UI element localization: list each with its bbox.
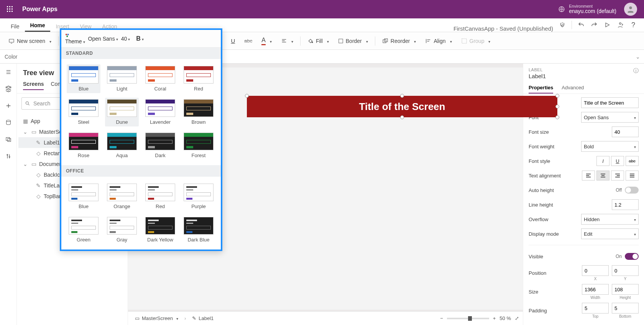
theme-swatch-office-gray[interactable]: Gray <box>105 215 139 244</box>
prop-lineheight-input[interactable] <box>612 199 639 210</box>
italic-toggle[interactable]: I <box>596 156 610 166</box>
prop-fontweight-select[interactable]: Bold <box>581 141 639 152</box>
zoom-out-icon[interactable]: − <box>440 315 443 321</box>
theme-swatch-lavender[interactable]: Lavender <box>143 98 177 126</box>
menu-file[interactable]: File <box>5 21 25 32</box>
app-checker-icon[interactable] <box>557 20 568 30</box>
theme-swatch-aqua[interactable]: Aqua <box>105 131 139 160</box>
theme-swatch-brown[interactable]: Brown <box>182 98 215 126</box>
prop-pad-bottom[interactable] <box>612 303 639 314</box>
zoom-in-icon[interactable]: + <box>493 315 496 321</box>
selection-handle[interactable] <box>245 94 249 98</box>
prop-overflow-select[interactable]: Hidden <box>581 214 639 225</box>
theme-swatch-office-dark-yellow[interactable]: Dark Yellow <box>143 215 177 244</box>
tree-view-icon[interactable] <box>4 84 13 94</box>
undo-icon[interactable] <box>576 20 586 30</box>
selection-handle[interactable] <box>400 115 404 119</box>
label-title-of-screen[interactable]: Title of the Screen <box>247 96 557 117</box>
visible-toggle[interactable] <box>625 253 639 260</box>
expand-formula-icon[interactable]: ⌄ <box>636 54 640 60</box>
theme-swatch-light[interactable]: Light <box>105 64 139 93</box>
insert-icon[interactable] <box>4 101 13 110</box>
align-center[interactable] <box>596 171 610 181</box>
breadcrumb-screen[interactable]: ▭MasterScreen <box>132 314 181 322</box>
new-screen-button[interactable]: New screen <box>5 36 54 46</box>
redo-icon[interactable] <box>589 20 600 30</box>
theme-swatch-office-orange[interactable]: Orange <box>105 182 139 211</box>
theme-swatch-coral[interactable]: Coral <box>143 64 177 93</box>
theme-swatch-steel[interactable]: Steel <box>67 98 100 126</box>
popup-font-combo[interactable]: Open Sans <box>88 36 118 42</box>
breadcrumb-control[interactable]: ✎Label1 <box>189 314 217 322</box>
environment-icon <box>558 6 565 13</box>
share-icon[interactable] <box>615 20 626 30</box>
prop-text-input[interactable] <box>581 97 639 108</box>
theme-swatch-red[interactable]: Red <box>182 64 215 93</box>
fit-icon[interactable]: ⤢ <box>515 315 519 321</box>
prop-help-icon[interactable]: ⓘ <box>633 67 639 74</box>
underline-button[interactable]: U <box>228 36 238 46</box>
align-left[interactable] <box>582 171 595 181</box>
popup-size-combo[interactable]: 40 <box>121 36 130 42</box>
theme-dropdown-inpopup[interactable]: Theme <box>65 33 85 44</box>
underline-toggle[interactable]: U <box>611 156 624 166</box>
menu-home[interactable]: Home <box>25 20 51 32</box>
prop-size-w[interactable] <box>582 284 609 295</box>
theme-swatch-forest[interactable]: Forest <box>182 131 215 160</box>
align-right[interactable] <box>611 171 624 181</box>
svg-rect-23 <box>8 138 11 141</box>
selection-handle[interactable] <box>555 115 559 119</box>
theme-swatch-dune[interactable]: Dune <box>105 98 139 126</box>
tab-screens[interactable]: Screens <box>23 79 44 90</box>
help-icon[interactable]: ? <box>628 20 639 30</box>
popup-bold-button[interactable]: B <box>136 35 144 42</box>
autoheight-toggle[interactable] <box>625 187 639 194</box>
text-align-button[interactable] <box>278 36 296 46</box>
theme-swatch-rose[interactable]: Rose <box>67 131 100 160</box>
selection-handle[interactable] <box>555 105 559 108</box>
group-icon <box>461 38 467 44</box>
label-icon: ✎ <box>35 140 41 146</box>
theme-swatch-office-purple[interactable]: Purple <box>182 182 215 211</box>
font-color-button[interactable]: A <box>258 35 275 47</box>
environment-picker[interactable]: Environment enayu.com (default) <box>558 4 616 14</box>
fill-button[interactable]: Fill <box>304 36 332 46</box>
prop-fontsize-input[interactable] <box>612 126 639 137</box>
align-button[interactable]: Align <box>422 36 455 46</box>
zoom-slider[interactable] <box>447 318 489 319</box>
theme-swatch-office-red[interactable]: Red <box>143 182 177 211</box>
prop-displaymode-select[interactable]: Edit <box>581 228 639 239</box>
theme-swatch-office-dark-blue[interactable]: Dark Blue <box>182 215 215 244</box>
prop-pad-top[interactable] <box>582 303 609 314</box>
reorder-button[interactable]: Reorder <box>379 36 419 46</box>
strike-button[interactable]: abc <box>241 36 255 46</box>
shape-icon: ◇ <box>35 193 41 199</box>
selection-handle[interactable] <box>400 94 404 98</box>
prop-pos-x[interactable] <box>582 265 609 276</box>
tab-properties[interactable]: Properties <box>529 82 553 94</box>
prop-font-select[interactable]: Open Sans <box>581 112 639 123</box>
theme-swatch-blue[interactable]: Blue <box>67 64 100 93</box>
settings-icon[interactable] <box>4 152 13 161</box>
theme-swatch-office-blue[interactable]: Blue <box>67 182 100 211</box>
theme-icon <box>65 33 71 38</box>
shape-icon: ◇ <box>35 150 41 156</box>
theme-swatch-dark[interactable]: Dark <box>143 131 177 160</box>
prop-size-h[interactable] <box>612 284 639 295</box>
svg-rect-29 <box>67 36 68 37</box>
tab-advanced[interactable]: Advanced <box>562 82 584 94</box>
hamburger-icon[interactable] <box>4 67 13 77</box>
strike-toggle[interactable]: abc <box>626 156 639 166</box>
play-icon[interactable] <box>602 20 613 30</box>
screen-icon: ▭ <box>31 129 37 135</box>
waffle-icon[interactable] <box>4 3 16 15</box>
media-icon[interactable] <box>4 135 13 144</box>
prop-pos-y[interactable] <box>612 265 639 276</box>
data-icon[interactable] <box>4 118 13 127</box>
theme-swatch-office-green[interactable]: Green <box>67 215 100 244</box>
user-avatar[interactable] <box>624 3 637 16</box>
theme-section-standard: STANDARD <box>61 48 221 59</box>
border-button[interactable]: Border <box>335 36 371 46</box>
align-justify[interactable] <box>626 171 639 181</box>
selection-handle[interactable] <box>555 94 559 98</box>
